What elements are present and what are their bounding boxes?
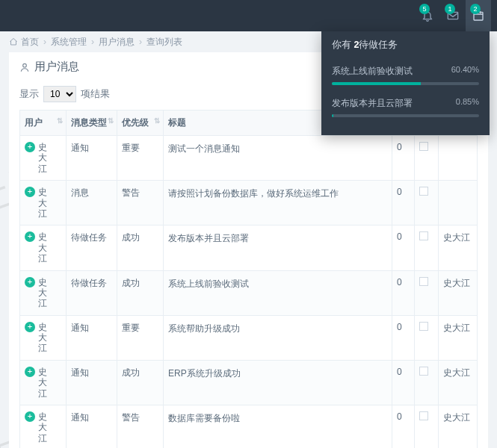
cell-title: 测试一个消息通知 [164, 136, 392, 181]
show-label: 显示 [19, 88, 39, 101]
cell-sender: 史大江 [439, 360, 478, 405]
topbar-messages[interactable]: 1 [440, 0, 466, 31]
tasks-post: 待做任务 [359, 40, 398, 50]
expand-icon[interactable]: + [25, 231, 35, 242]
checkbox-icon[interactable] [419, 277, 428, 286]
expand-icon[interactable]: + [25, 142, 35, 152]
cell-flag [415, 181, 439, 225]
col-priority[interactable]: 优先级⇅ [117, 111, 164, 136]
cell-flag [415, 270, 439, 315]
cell-user: 史大江 [38, 411, 49, 444]
topbar: 5 1 2 [0, 0, 497, 31]
cell-sender [439, 136, 478, 181]
expand-icon[interactable]: + [25, 187, 35, 197]
task-item[interactable]: 发布版本并且云部署0.85% [321, 90, 490, 122]
cell-priority: 警告 [117, 405, 164, 448]
cell-title: 发布版本并且云部署 [164, 225, 392, 270]
cell-flag [415, 315, 439, 360]
cell-title: 系统帮助升级成功 [164, 315, 392, 360]
expand-icon[interactable]: + [25, 322, 35, 332]
entries-label: 项结果 [81, 88, 110, 101]
user-icon [19, 62, 30, 72]
task-name: 系统上线前验收测试 [332, 65, 413, 78]
progress-bar [332, 114, 479, 117]
cell-priority: 重要 [117, 315, 164, 360]
table-row: +史大江通知重要系统帮助升级成功0史大江 [20, 315, 478, 360]
cell-priority: 成功 [117, 360, 164, 405]
tasks-pre: 你有 [332, 40, 354, 50]
table-row: +史大江消息警告请按照计划备份数据库，做好系统运维工作0 [20, 181, 478, 225]
table-row: +史大江待做任务成功发布版本并且云部署0史大江 [20, 225, 478, 270]
table-row: +史大江通知警告数据库需要备份啦0史大江 [20, 405, 478, 448]
cell-priority: 重要 [117, 136, 164, 181]
checkbox-icon[interactable] [419, 231, 428, 240]
table-row: +史大江待做任务成功系统上线前验收测试0史大江 [20, 270, 478, 315]
table-row: +史大江通知成功ERP系统升级成功0史大江 [20, 360, 478, 405]
task-percent: 0.85% [456, 97, 479, 110]
cell-user: 史大江 [38, 367, 49, 399]
checkbox-icon[interactable] [419, 367, 428, 376]
cell-user: 史大江 [38, 277, 49, 309]
cell-sender: 史大江 [439, 315, 478, 360]
col-user[interactable]: 用户⇅ [20, 111, 67, 136]
cell-title: 系统上线前验收测试 [164, 270, 392, 315]
svg-point-2 [23, 63, 27, 67]
col-type[interactable]: 消息类型⇅ [67, 111, 117, 136]
cell-type: 通知 [67, 405, 117, 448]
topbar-notifications[interactable]: 5 [415, 0, 440, 31]
cell-sender: 史大江 [439, 405, 478, 448]
cell-type: 通知 [67, 360, 117, 405]
cell-count: 0 [392, 315, 415, 360]
cell-user: 史大江 [38, 322, 49, 354]
cell-priority: 成功 [117, 270, 164, 315]
checkbox-icon[interactable] [419, 142, 428, 151]
cell-title: 请按照计划备份数据库，做好系统运维工作 [164, 181, 392, 225]
cell-count: 0 [392, 136, 415, 181]
checkbox-icon[interactable] [419, 411, 428, 420]
notifications-badge: 5 [419, 4, 430, 14]
task-item[interactable]: 系统上线前验收测试60.40% [321, 57, 490, 90]
expand-icon[interactable]: + [25, 367, 35, 377]
cell-type: 消息 [67, 181, 117, 225]
cell-type: 待做任务 [67, 225, 117, 270]
tasks-badge: 2 [470, 4, 481, 14]
breadcrumb-l1[interactable]: 系统管理 [51, 36, 87, 49]
breadcrumb-l2[interactable]: 用户消息 [99, 36, 135, 49]
breadcrumb-sep: › [139, 37, 142, 47]
cell-priority: 警告 [117, 181, 164, 225]
cell-priority: 成功 [117, 225, 164, 270]
cell-user: 史大江 [38, 187, 49, 219]
cell-count: 0 [392, 360, 415, 405]
cell-flag [415, 360, 439, 405]
cell-user: 史大江 [38, 142, 49, 174]
task-name: 发布版本并且云部署 [332, 97, 413, 110]
breadcrumb-l3: 查询列表 [146, 36, 182, 49]
breadcrumb-sep: › [43, 37, 46, 47]
checkbox-icon[interactable] [419, 187, 428, 196]
cell-type: 通知 [67, 136, 117, 181]
cell-count: 0 [392, 225, 415, 270]
cell-flag [415, 225, 439, 270]
cell-count: 0 [392, 405, 415, 448]
task-percent: 60.40% [451, 65, 479, 78]
checkbox-icon[interactable] [419, 322, 428, 331]
cell-user: 史大江 [38, 231, 49, 264]
cell-type: 通知 [67, 315, 117, 360]
cell-count: 0 [392, 181, 415, 225]
topbar-tasks[interactable]: 2 [466, 0, 491, 31]
page-length-select[interactable]: 10 [43, 86, 76, 102]
cell-sender [439, 181, 478, 225]
cell-title: 数据库需要备份啦 [164, 405, 392, 448]
expand-icon[interactable]: + [25, 277, 35, 287]
expand-icon[interactable]: + [25, 411, 35, 422]
breadcrumb-home[interactable]: 首页 [21, 36, 39, 49]
home-icon [9, 37, 18, 46]
cell-count: 0 [392, 270, 415, 315]
table-row: +史大江通知重要测试一个消息通知0 [20, 136, 478, 181]
cell-flag [415, 405, 439, 448]
tasks-dropdown-title: 你有 2待做任务 [321, 31, 490, 57]
cell-flag [415, 136, 439, 181]
cell-type: 待做任务 [67, 270, 117, 315]
messages-table: 用户⇅ 消息类型⇅ 优先级⇅ 标题⇅ +史大江通知重要测试一个消息通知0+史大江… [19, 110, 478, 448]
cell-title: ERP系统升级成功 [164, 360, 392, 405]
